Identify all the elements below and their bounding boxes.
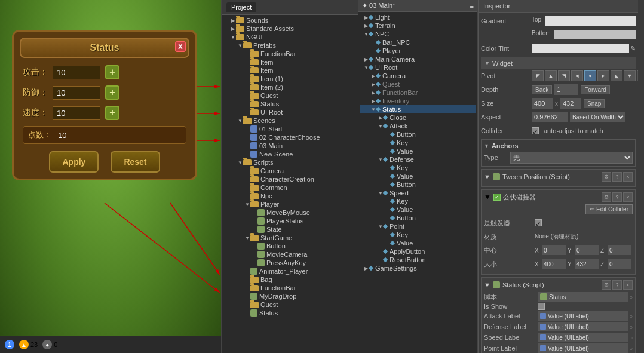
gradient-top-swatch[interactable] <box>545 16 636 26</box>
depth-forward-button[interactable]: Forward <box>581 85 610 94</box>
center-y-input[interactable] <box>575 245 599 255</box>
pivot-right[interactable]: ► <box>597 70 609 81</box>
list-item[interactable]: ▶ Camera <box>360 72 476 80</box>
tween-help-icon[interactable]: ? <box>612 172 622 182</box>
apply-button[interactable]: Apply <box>49 151 99 173</box>
list-item[interactable]: ▼ Point <box>360 222 476 231</box>
status-close-button[interactable]: X <box>175 41 186 52</box>
list-item[interactable]: State <box>223 225 357 234</box>
list-item[interactable]: MyDragDrop <box>223 292 357 300</box>
defense-plus-button[interactable]: + <box>105 85 119 100</box>
list-item[interactable]: ▶ Light <box>360 13 476 22</box>
list-item[interactable]: Button <box>360 214 476 222</box>
list-item[interactable]: Npc <box>223 192 357 200</box>
tween-settings-icon[interactable]: ⚙ <box>602 172 611 182</box>
list-item[interactable]: ▶ Inventory <box>360 97 476 105</box>
pivot-center[interactable]: ● <box>584 70 596 81</box>
point-ref-btn[interactable]: ○ <box>629 345 633 352</box>
list-item[interactable]: MoveByMouse <box>223 208 357 217</box>
list-item[interactable]: ▼ Prefabs <box>223 41 357 50</box>
tween-close-icon[interactable]: × <box>623 172 633 182</box>
list-item[interactable]: ▶ Close <box>360 113 476 122</box>
list-item[interactable]: ▼ Defense <box>360 155 476 164</box>
ss-help-icon[interactable]: ? <box>612 280 622 290</box>
ss-close-icon[interactable]: × <box>623 280 633 290</box>
list-item[interactable]: MovieCamera <box>223 250 357 259</box>
list-item[interactable]: ▼ StartGame <box>223 234 357 242</box>
list-item[interactable]: ▼ NGUI <box>223 33 357 41</box>
size-z-input[interactable] <box>608 259 631 269</box>
list-item[interactable]: ▼ Player <box>223 200 357 208</box>
size-x-input[interactable] <box>542 259 566 269</box>
attack-input[interactable] <box>53 66 100 79</box>
speed-ref-btn[interactable]: ○ <box>629 334 633 341</box>
list-item[interactable]: Key <box>360 197 476 205</box>
aspect-value-input[interactable] <box>532 112 568 122</box>
list-item[interactable]: Key <box>360 139 476 147</box>
list-item[interactable]: 01 Start <box>223 125 357 133</box>
attack-plus-button[interactable]: + <box>105 65 119 79</box>
list-item[interactable]: ▼ Scripts <box>223 158 357 167</box>
list-item[interactable]: PlayerStatus <box>223 217 357 225</box>
ct-close-icon[interactable]: × <box>623 192 633 202</box>
list-item[interactable]: Button <box>223 242 357 250</box>
trigger-checkbox[interactable]: ✓ <box>535 219 542 226</box>
list-item[interactable]: Status <box>223 100 357 108</box>
size-h-input[interactable] <box>560 98 581 109</box>
list-item[interactable]: Key <box>360 164 476 172</box>
isshow-checkbox[interactable] <box>538 303 545 310</box>
center-z-input[interactable] <box>608 245 631 255</box>
points-input[interactable] <box>58 131 94 140</box>
list-item[interactable]: Item <box>223 66 357 75</box>
edit-collider-button[interactable]: ✏ Edit Collider <box>585 204 633 214</box>
ss-settings-icon[interactable]: ⚙ <box>602 280 611 290</box>
defense-ref-btn[interactable]: ○ <box>629 324 633 330</box>
list-item[interactable]: ▶ Main Camera <box>360 55 476 63</box>
pivot-left[interactable]: ◄ <box>571 70 583 81</box>
list-item[interactable]: Item <box>223 58 357 66</box>
list-item[interactable]: ▼ Attack <box>360 122 476 130</box>
list-item[interactable]: Key <box>360 231 476 239</box>
list-item[interactable]: ▶ Quest <box>360 80 476 88</box>
list-item[interactable]: Quest <box>223 91 357 100</box>
aspect-mode-select[interactable]: Based On Width <box>570 112 625 122</box>
speed-plus-button[interactable]: + <box>105 106 119 120</box>
list-item[interactable]: New Scene <box>223 150 357 158</box>
anchor-type-select[interactable]: 无 <box>510 152 633 164</box>
list-item[interactable]: ▶ Sounds <box>223 16 357 24</box>
list-item[interactable]: Value <box>360 205 476 214</box>
script-ref-circle[interactable]: ○ <box>629 294 633 300</box>
list-item[interactable]: UI Root <box>223 108 357 116</box>
list-item[interactable]: ▶ FunctionBar <box>360 88 476 97</box>
project-tree[interactable]: ▶ Sounds ▶ Standard Assets ▼ NGUI ▼ Pref… <box>222 15 358 353</box>
list-item[interactable]: ▼ UI Root <box>360 63 476 72</box>
scene-hierarchy-tree[interactable]: ▶ Light ▶ Terrain ▼ NPC Bar_NPC <box>358 12 477 353</box>
list-item[interactable]: 02 CharacterChoose <box>223 133 357 142</box>
list-item[interactable]: ▶ GameSettings <box>360 264 476 272</box>
depth-input[interactable] <box>554 84 578 95</box>
attack-ref-btn[interactable]: ○ <box>629 313 633 320</box>
list-item[interactable]: Camera <box>223 167 357 175</box>
list-item[interactable]: Value <box>360 239 476 247</box>
list-item[interactable]: Player <box>360 47 476 55</box>
pivot-botleft[interactable]: ◣ <box>611 70 622 81</box>
list-item[interactable]: ▼ Scenes <box>223 116 357 125</box>
gradient-bottom-swatch[interactable] <box>554 30 636 39</box>
list-item[interactable]: Bar_NPC <box>360 38 476 47</box>
project-tab[interactable]: Project <box>226 2 256 12</box>
size-w-input[interactable] <box>532 98 553 109</box>
list-item[interactable]: Animator_Player <box>223 267 357 275</box>
snap-button[interactable]: Snap <box>584 99 605 108</box>
size-y-input[interactable] <box>575 259 599 269</box>
pivot-bot[interactable]: ▼ <box>624 70 636 81</box>
ct-enabled-checkbox[interactable]: ✓ <box>493 194 501 201</box>
list-item[interactable]: FunctionBar <box>223 50 357 58</box>
defense-input[interactable] <box>53 86 100 100</box>
list-item[interactable]: Value <box>360 172 476 180</box>
speed-input[interactable] <box>53 106 100 120</box>
list-item[interactable]: ▼ NPC <box>360 30 476 38</box>
list-item[interactable]: Item (2) <box>223 83 357 91</box>
list-item[interactable]: ResetButton <box>360 256 476 264</box>
reset-button[interactable]: Reset <box>111 151 160 173</box>
list-item[interactable]: CharacterCreation <box>223 175 357 183</box>
